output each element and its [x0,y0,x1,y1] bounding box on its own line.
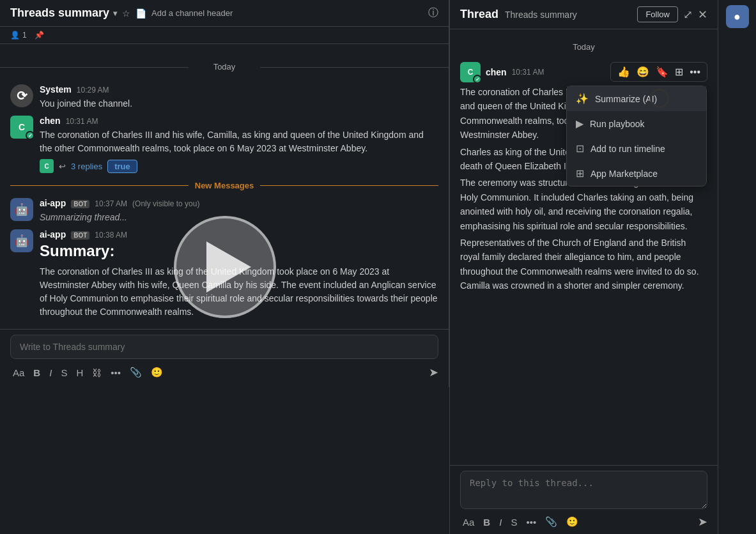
date-divider: Today [0,62,449,72]
thumbsup-button[interactable]: 👍 [615,65,633,79]
star-icon[interactable]: ☆ [122,8,130,19]
bot2-sender: ai-app [40,229,66,240]
doc-icon: 📄 [135,8,146,19]
reply-icon: ↩ [59,162,66,171]
pin-icon: 📌 [35,31,44,40]
emoji-button[interactable]: 🙂 [148,365,166,379]
list-item[interactable]: ▶ Run playbook [567,111,706,136]
grid-button[interactable]: ⊞ [672,65,686,79]
right-attach-button[interactable]: 📎 [543,515,560,529]
marketplace-icon: ⊞ [576,167,584,179]
more-options-button[interactable]: ••• [108,366,123,379]
bot-avatar-1: 🤖 [10,198,33,221]
chen-message-content: chen 10:31 AM The coronation of Charles … [40,116,438,173]
attach-button[interactable]: 📎 [127,365,144,379]
send-button[interactable]: ➤ [429,365,438,379]
bot1-badge: BOT [71,200,89,208]
system-message-content: System 10:29 AM You joined the channel. [40,84,438,111]
follow-button[interactable]: Follow [637,6,678,22]
left-footer: Aa B I S H ⛓ ••• 📎 🙂 ➤ [0,329,449,387]
expand-button[interactable]: ⤢ [683,8,693,22]
italic-label: I [49,367,52,378]
today-divider: Today [460,42,707,52]
right-bold-button[interactable]: B [481,515,493,529]
system-avatar: ⟳ [10,84,33,107]
bot1-sender: ai-app [40,198,66,208]
chen-sender: chen [40,116,61,126]
right-emoji-button[interactable]: 🙂 [564,515,581,529]
new-messages-divider: New Messages [0,176,449,195]
new-messages-label: New Messages [195,181,254,190]
bold-button[interactable]: B [31,366,43,379]
chen-timestamp: 10:31 AM [66,117,98,126]
right-body: Today 👍 😄 🔖 ⊞ ••• ✨ Summarize (AI) [450,29,718,465]
more-action-button[interactable]: ••• [687,65,703,79]
reply-input[interactable] [460,471,707,509]
playbook-label: Run playbook [590,119,645,129]
bookmark-button[interactable]: 🔖 [653,65,671,79]
italic-button[interactable]: I [47,366,54,379]
font-size-button[interactable]: Aa [10,366,27,379]
list-item[interactable]: ⊡ Add to run timeline [567,136,706,161]
following-button[interactable]: true [107,160,137,173]
bot-avatar-2: 🤖 [10,229,33,252]
close-button[interactable]: ✕ [698,8,707,22]
thread-message: 👍 😄 🔖 ⊞ ••• ✨ Summarize (AI) ▶ Run playb… [460,62,707,293]
action-bar: 👍 😄 🔖 ⊞ ••• ✨ Summarize (AI) ▶ Run playb… [610,62,707,82]
heading-button[interactable]: H [73,366,86,379]
chen-avatar: C ✓ [10,116,33,139]
timeline-icon: ⊡ [576,142,584,155]
thread-text-4: Representatives of the Church of England… [460,236,707,293]
right-italic-button[interactable]: I [497,515,504,529]
right-strike-button[interactable]: S [508,515,520,529]
strikethrough-button[interactable]: S [58,366,70,379]
system-timestamp: 10:29 AM [77,86,109,95]
table-row: 🤖 ai-app BOT 10:38 AM Summary: The coron… [0,227,449,321]
summarize-label: Summarize (AI) [595,94,657,104]
mini-avatar: C [40,159,54,173]
bot1-text: Summarizing thread... [40,211,438,224]
right-send-button[interactable]: ➤ [698,515,707,529]
table-row: ⟳ System 10:29 AM You joined the channel… [0,82,449,113]
message-input[interactable] [10,335,438,359]
add-header-link[interactable]: Add a channel header [151,8,233,18]
right-panel: Thread Threads summary Follow ⤢ ✕ Today … [449,0,718,534]
member-count-item[interactable]: 👤 1 [10,31,27,40]
system-text: You joined the channel. [40,97,438,111]
right-font-size-button[interactable]: Aa [460,515,477,529]
channel-title[interactable]: Threads summary ▾ [10,6,117,20]
system-sender: System [40,84,72,95]
thread-actions: C ↩ 3 replies true [40,159,438,173]
channel-caret-icon: ▾ [113,9,117,18]
list-item[interactable]: ✨ Summarize (AI) [567,86,706,111]
thread-sender: chen [486,67,507,77]
smile-button[interactable]: 😄 [634,65,652,79]
summarize-icon: ✨ [576,93,589,105]
link-button[interactable]: ⛓ [89,366,104,379]
right-header-left: Thread Threads summary [460,8,577,21]
far-right-panel: ● [718,0,756,534]
dropdown-menu: ✨ Summarize (AI) ▶ Run playbook ⊡ Add to… [566,86,707,187]
left-toolbar: Aa B I S H ⛓ ••• 📎 🙂 ➤ [10,363,438,382]
bookmark-subheader-icon[interactable]: 📌 [35,31,44,40]
app-icon[interactable]: ● [726,5,749,28]
bold-label: B [33,367,40,378]
thread-channel-label: Threads summary [505,10,577,20]
thread-avatar-check: ✓ [473,75,482,84]
table-row: C ✓ chen 10:31 AM The coronation of Char… [0,113,449,176]
list-item[interactable]: ⊞ App Marketplace [567,161,706,186]
replies-count[interactable]: 3 replies [71,162,102,171]
app-logo: ● [734,10,741,24]
channel-name-text: Threads summary [10,6,109,20]
right-toolbar: Aa B I S ••• 📎 🙂 ➤ [460,515,707,529]
bot2-badge: BOT [71,231,89,240]
bot1-visible-note: (Only visible to you) [132,199,199,208]
info-icon[interactable]: ⓘ [428,6,438,20]
bot2-summary-text: The coronation of Charles III as king of… [40,265,438,319]
chen-avatar-initial: C [19,122,25,132]
left-header: Threads summary ▾ ☆ 📄 Add a channel head… [0,0,449,27]
table-row: 🤖 ai-app BOT 10:37 AM (Only visible to y… [0,195,449,227]
bot1-timestamp: 10:37 AM [95,199,127,208]
left-subheader: 👤 1 📌 [0,27,449,44]
right-more-button[interactable]: ••• [523,515,539,529]
